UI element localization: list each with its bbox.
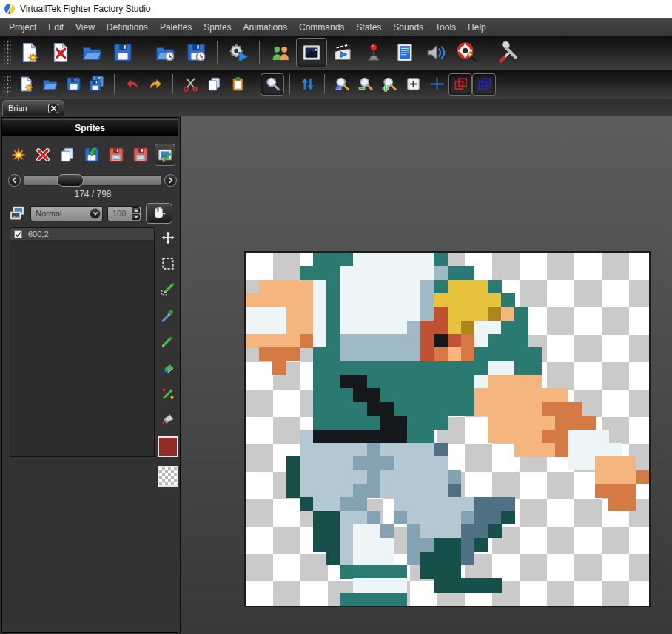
tool-select-pencil-button[interactable] — [159, 281, 177, 298]
menu-definitions[interactable]: Definitions — [101, 20, 154, 35]
redo-button[interactable] — [144, 73, 167, 96]
close-project-button[interactable] — [45, 38, 76, 67]
new-project-button[interactable] — [14, 38, 45, 67]
primary-color-swatch[interactable] — [158, 436, 178, 457]
view-options-row: Normal 100 — [8, 202, 180, 224]
delete-x-icon — [34, 146, 52, 164]
open-recent-button[interactable] — [149, 38, 181, 67]
tool-move-button[interactable] — [159, 229, 177, 246]
tool-replace-color-button[interactable] — [159, 384, 177, 401]
menu-palettes[interactable]: Palettes — [154, 20, 198, 35]
chevron-down-icon[interactable] — [90, 208, 101, 219]
save-multi-icon — [89, 76, 106, 93]
photos-icon — [8, 204, 26, 222]
show-axis-button[interactable] — [425, 73, 448, 96]
stepper-down-button[interactable] — [132, 214, 140, 220]
cut-button[interactable] — [178, 73, 202, 96]
folder-open-icon — [81, 41, 103, 64]
run-project-button[interactable] — [223, 38, 254, 67]
stepper-up-button[interactable] — [132, 207, 140, 213]
menu-sounds[interactable]: Sounds — [387, 20, 429, 35]
hand-icon — [151, 205, 167, 221]
pager-prev-button[interactable] — [8, 174, 21, 187]
sounds-icon — [425, 41, 447, 64]
sprite-image — [246, 253, 649, 606]
sprite-canvas[interactable] — [244, 251, 651, 607]
sprite-layer-list[interactable]: 600,2 — [10, 227, 155, 457]
pager-slider[interactable] — [24, 175, 161, 186]
zoom-out-icon — [357, 76, 374, 93]
tool-color-picker-button[interactable] — [159, 307, 177, 324]
toolbar-grip[interactable] — [4, 41, 11, 64]
zoom-original-button[interactable]: 100 — [330, 73, 354, 96]
sprite-edit-image-button[interactable] — [155, 144, 175, 166]
paste-button[interactable] — [226, 73, 249, 96]
file-close-icon — [50, 41, 72, 64]
hand-tool-button[interactable] — [146, 203, 172, 224]
characters-button[interactable] — [265, 38, 296, 67]
options-button[interactable] — [494, 38, 525, 67]
secondary-color-swatch[interactable] — [158, 466, 178, 487]
sprite-save-image-button[interactable] — [130, 144, 151, 166]
menu-commands[interactable]: Commands — [293, 20, 350, 35]
menu-animations[interactable]: Animations — [238, 20, 293, 35]
save-all-button[interactable] — [85, 73, 109, 96]
animations-mode-button[interactable] — [327, 38, 358, 67]
sprite-duplicate-button[interactable] — [57, 144, 78, 166]
redo-icon — [147, 76, 164, 93]
sprite-export-button[interactable] — [106, 144, 127, 166]
onion-previous-button[interactable] — [448, 73, 472, 96]
commands-mode-button[interactable] — [358, 38, 389, 67]
menu-project[interactable]: Project — [3, 20, 42, 35]
eraser-icon — [160, 359, 176, 376]
item-checkbox[interactable] — [14, 230, 22, 238]
tool-select-button[interactable] — [159, 255, 177, 272]
help-wizard-button[interactable] — [451, 38, 483, 67]
sprite-import-button[interactable] — [81, 144, 102, 166]
tab-close-icon[interactable] — [48, 104, 58, 113]
save-clock-icon — [185, 41, 207, 64]
pager-next-button[interactable] — [164, 174, 177, 187]
characters-icon — [269, 41, 292, 64]
swap-images-button[interactable] — [295, 73, 319, 96]
tool-eraser-button[interactable] — [159, 358, 177, 376]
sprite-list-item[interactable]: 600,2 — [10, 228, 154, 241]
zoom-percent-stepper[interactable]: 100 — [107, 206, 141, 221]
states-mode-button[interactable] — [389, 38, 420, 67]
save-as-button[interactable] — [181, 38, 212, 67]
sprite-delete-button[interactable] — [33, 144, 53, 166]
pager-slider-thumb[interactable] — [57, 174, 84, 187]
save-file-button[interactable] — [61, 73, 85, 96]
save-project-button[interactable] — [107, 38, 138, 67]
copy-button[interactable] — [202, 73, 226, 96]
sprites-panel-body: Sprites 174 / 798 — [1, 117, 178, 633]
blend-mode-select[interactable]: Normal — [30, 206, 103, 221]
zoom-out-button[interactable] — [354, 73, 377, 96]
sprite-add-button[interactable] — [8, 144, 29, 166]
menu-help[interactable]: Help — [462, 20, 492, 35]
zoom-fit-button[interactable] — [401, 73, 425, 96]
toolbar-grip[interactable] — [4, 74, 11, 94]
menu-states[interactable]: States — [350, 20, 387, 35]
zoom-100-icon: 100 — [334, 76, 351, 93]
open-project-button[interactable] — [76, 38, 107, 67]
zoom-in-button[interactable] — [377, 73, 401, 96]
open-file-button[interactable] — [38, 73, 61, 96]
menu-bar: ProjectEditViewDefinitionsPalettesSprite… — [0, 18, 672, 36]
menu-tools[interactable]: Tools — [429, 20, 462, 35]
sprites-mode-button[interactable] — [296, 38, 327, 67]
onion-next-button[interactable] — [472, 73, 496, 96]
menu-sprites[interactable]: Sprites — [198, 20, 237, 35]
undo-icon — [124, 76, 141, 93]
undo-button[interactable] — [120, 73, 144, 96]
tab-label: Brian — [8, 104, 27, 113]
tool-pencil-button[interactable] — [159, 333, 177, 350]
preview-button[interactable] — [261, 73, 284, 96]
menu-edit[interactable]: Edit — [42, 20, 70, 35]
menu-view[interactable]: View — [70, 20, 101, 35]
new-file-button[interactable] — [14, 73, 38, 96]
tool-fill-button[interactable] — [159, 410, 177, 427]
sounds-mode-button[interactable] — [420, 38, 451, 67]
folder-clock-icon — [154, 41, 176, 64]
tab-brian[interactable]: Brian — [2, 100, 64, 116]
